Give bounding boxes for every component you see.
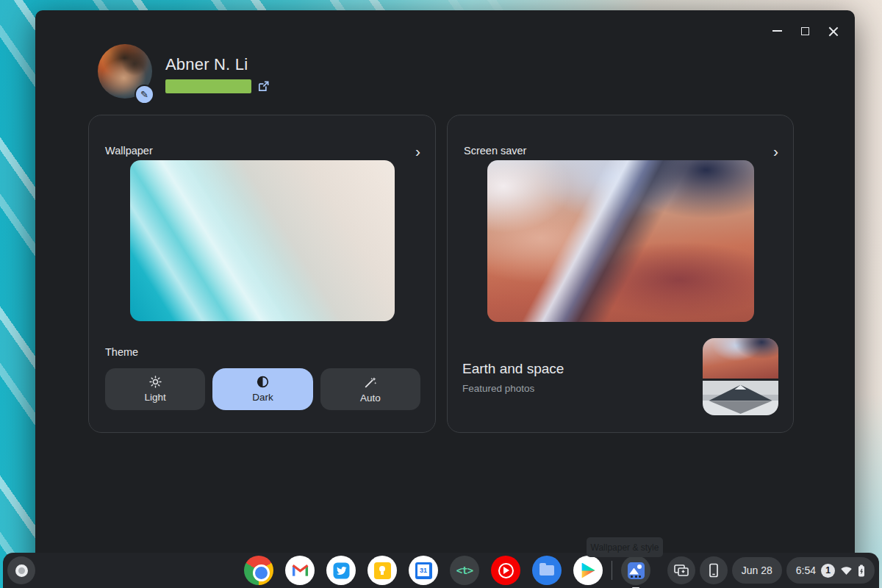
email-redaction-bar xyxy=(165,79,251,93)
thumbnail-earth xyxy=(703,338,778,379)
text-app-icon: <t> xyxy=(456,564,473,576)
status-cluster: Jun 28 6:54 1 xyxy=(667,556,875,584)
shelf-apps: 31 <t> xyxy=(244,556,650,585)
wallpaper-preview-image[interactable] xyxy=(130,160,395,321)
theme-label: Theme xyxy=(105,346,138,358)
open-account-external-button[interactable] xyxy=(257,79,270,93)
window-controls xyxy=(767,21,843,41)
shelf: 31 <t> xyxy=(3,553,879,588)
minimize-icon xyxy=(772,30,782,32)
screensaver-collection-title: Earth and space xyxy=(462,361,564,377)
play-store-icon xyxy=(581,563,595,578)
twitter-icon xyxy=(333,562,350,579)
date-label: Jun 28 xyxy=(742,564,772,576)
profile-name: Abner N. Li xyxy=(165,55,248,74)
light-mode-icon xyxy=(149,376,162,388)
external-link-icon xyxy=(257,79,270,93)
shelf-separator xyxy=(612,561,612,580)
wallpaper-card-title: Wallpaper xyxy=(105,145,153,157)
maximize-icon xyxy=(801,27,809,35)
phone-icon xyxy=(706,563,721,578)
date-button[interactable]: Jun 28 xyxy=(732,557,782,584)
app-chrome[interactable] xyxy=(244,556,273,585)
time-label: 6:54 xyxy=(796,564,816,576)
battery-icon xyxy=(858,564,865,577)
screensaver-card: Screen saver › Earth and space Featured … xyxy=(447,115,794,433)
screencast-button[interactable] xyxy=(667,556,695,584)
screensaver-collection-subtitle: Featured photos xyxy=(462,383,534,394)
app-youtube-music[interactable] xyxy=(491,556,520,585)
calendar-day: 31 xyxy=(417,564,429,576)
thumbnail-mountain xyxy=(703,381,778,415)
theme-auto-label: Auto xyxy=(360,392,381,404)
wallpaper-card-header[interactable]: Wallpaper › xyxy=(89,115,435,157)
wallpaper-card: Wallpaper › Theme Light xyxy=(88,115,436,433)
theme-auto-button[interactable]: Auto xyxy=(320,368,420,410)
gmail-icon xyxy=(292,564,309,577)
close-button[interactable] xyxy=(822,21,843,41)
chevron-right-icon: › xyxy=(415,146,420,157)
screensaver-card-header[interactable]: Screen saver › xyxy=(448,115,793,157)
screensaver-card-title: Screen saver xyxy=(464,145,526,157)
minimize-button[interactable] xyxy=(767,21,787,41)
close-icon xyxy=(828,26,838,36)
theme-dark-button[interactable]: Dark xyxy=(212,368,312,410)
notification-badge: 1 xyxy=(821,564,835,578)
shelf-tooltip: Wallpaper & style xyxy=(587,537,663,557)
app-keep[interactable] xyxy=(368,556,397,585)
launcher-icon xyxy=(15,564,28,577)
youtube-music-icon xyxy=(491,556,520,585)
maximize-button[interactable] xyxy=(795,21,815,41)
theme-dark-label: Dark xyxy=(252,392,273,403)
phone-hub-button[interactable] xyxy=(700,556,728,584)
edit-avatar-button[interactable]: ✎ xyxy=(135,85,154,104)
files-icon xyxy=(532,556,562,585)
app-gmail[interactable] xyxy=(285,556,315,585)
pencil-icon: ✎ xyxy=(140,89,148,100)
screencast-icon xyxy=(673,563,689,578)
dark-mode-icon xyxy=(257,376,269,388)
theme-options: Light Dark Auto xyxy=(105,368,420,410)
app-files[interactable] xyxy=(532,556,562,585)
status-tray-button[interactable]: 6:54 1 xyxy=(786,557,875,584)
app-twitter[interactable] xyxy=(326,556,356,585)
screensaver-thumbnails[interactable] xyxy=(703,338,778,415)
screensaver-preview-image[interactable] xyxy=(487,160,754,322)
calendar-icon: 31 xyxy=(415,562,432,579)
theme-light-button[interactable]: Light xyxy=(105,368,205,410)
launcher-button[interactable] xyxy=(7,556,35,584)
auto-magic-icon xyxy=(364,376,377,389)
chrome-icon xyxy=(244,556,273,585)
app-play-store[interactable] xyxy=(573,556,603,585)
app-wallpaper-style[interactable] xyxy=(621,556,650,585)
app-text[interactable]: <t> xyxy=(450,556,479,585)
wifi-icon xyxy=(840,565,853,576)
chevron-right-icon: › xyxy=(773,146,778,157)
keep-icon xyxy=(374,562,391,579)
theme-light-label: Light xyxy=(145,392,166,403)
wallpaper-style-icon xyxy=(628,562,645,579)
wallpaper-style-window: ✎ Abner N. Li Wallpaper › Theme xyxy=(35,10,855,588)
app-calendar[interactable]: 31 xyxy=(409,556,438,585)
